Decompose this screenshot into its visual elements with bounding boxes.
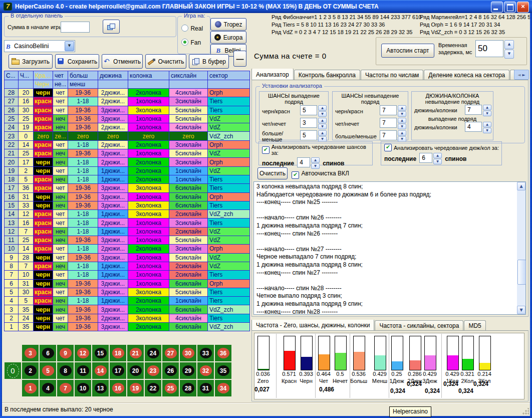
board-cell-17[interactable]: 17 [110,362,126,379]
undo-button[interactable]: ↶ Отменить [102,54,143,69]
setting-spinner-value[interactable]: 7 [380,118,397,128]
board-cell-34[interactable]: 34 [215,380,231,396]
alternate-checkbox-row[interactable]: ✔Анализировать чередование дюж/кол за: [384,144,501,151]
tab-scroll-left-icon[interactable]: ◄ [517,73,520,77]
board-cell-24[interactable]: 24 [145,345,161,361]
board-cell-16[interactable]: 16 [110,380,126,396]
collapse-panel-button[interactable]: — [233,51,246,67]
dozen-miss-spinner-down-icon[interactable]: ▼ [483,111,491,116]
board-cell-14[interactable]: 14 [92,362,109,379]
setting-spinner-down-icon[interactable]: ▼ [318,124,327,129]
scroll-up-icon[interactable]: ▲ [517,182,525,190]
board-cell-32[interactable]: 32 [197,362,214,379]
radio-fan[interactable]: Fan [181,38,201,47]
board-cell-2[interactable]: 2 [22,362,39,379]
board-cell-36[interactable]: 36 [215,345,231,361]
board-cell-23[interactable]: 23 [145,362,161,379]
board-cell-35[interactable]: 35 [215,362,231,379]
analyzer-clear-button[interactable]: Очистить [257,167,288,179]
board-cell-22[interactable]: 22 [145,380,161,396]
dozen-miss-spinner-value[interactable]: 7 [465,105,482,115]
minimize-button[interactable] [491,2,503,13]
setting-spinner-value[interactable]: 7 [380,105,397,115]
close-button[interactable]: × [517,2,529,13]
setting-spinner-down-icon[interactable]: ▼ [398,111,406,117]
setting-spinner-down-icon[interactable]: ▼ [318,111,327,117]
spins-count-spinner-value[interactable]: 4 [297,157,310,167]
delay-down-icon[interactable]: ▼ [504,50,514,59]
board-cell-8[interactable]: 8 [57,362,74,379]
board-cell-19[interactable]: 19 [127,380,144,396]
board-cell-29[interactable]: 29 [180,362,196,379]
setting-spinner-value[interactable]: 5 [300,105,317,115]
board-cell-13[interactable]: 13 [92,380,109,396]
board-cell-4[interactable]: 4 [40,380,56,396]
board-cell-9[interactable]: 9 [57,345,74,361]
dozen-hit-spinner-up-icon[interactable]: ▲ [483,122,491,127]
setting-spinner-up-icon[interactable]: ▲ [318,130,327,136]
scrollbar-thumb[interactable] [517,260,526,285]
board-cell-21[interactable]: 21 [127,345,144,361]
board-cell-5[interactable]: 5 [40,362,56,379]
save-button[interactable]: Сохранить [55,54,99,69]
tab-frequency-2[interactable]: MD5 [464,320,485,331]
to-buffer-button[interactable]: В буфер [189,54,229,69]
tab-scroll-right-icon[interactable]: ► [522,73,525,77]
resize-grip[interactable] [522,408,529,415]
tab-main-0[interactable]: Анализатор [251,69,294,80]
board-cell-11[interactable]: 11 [75,362,91,379]
tab-main-3[interactable]: Деление колеса на сектора [424,70,509,80]
board-cell-10[interactable]: 10 [75,380,91,396]
board-cell-33[interactable]: 33 [197,345,214,361]
tropez-button[interactable]: Tropez [210,18,246,31]
setting-spinner-up-icon[interactable]: ▲ [398,130,406,136]
dozen-hit-spinner-down-icon[interactable]: ▼ [483,128,491,133]
setting-spinner-up-icon[interactable]: ▲ [398,118,406,123]
board-zero-cell[interactable]: 0 [5,362,21,379]
setting-spinner-value[interactable]: 3 [300,118,317,128]
board-cell-31[interactable]: 31 [197,380,214,396]
alternate-checkbox-row[interactable]: ✔Анализировать чередование шансов за: [262,144,372,156]
tab-main-2[interactable]: Частоты по числам [361,70,423,80]
board-cell-15[interactable]: 15 [92,345,109,361]
board-cell-30[interactable]: 30 [180,345,196,361]
europa-button[interactable]: ★ Europa [210,31,246,44]
board-cell-6[interactable]: 6 [40,345,56,361]
tab-frequency-1[interactable]: Частота - сиклайны, сектора [375,320,463,331]
board-cell-1[interactable]: 1 [22,380,39,396]
board-cell-28[interactable]: 28 [180,380,196,396]
board-cell-27[interactable]: 27 [162,345,179,361]
clear-button[interactable]: Очистить [145,54,186,69]
board-cell-26[interactable]: 26 [162,362,179,379]
setting-spinner-up-icon[interactable]: ▲ [318,105,327,111]
setting-spinner-up-icon[interactable]: ▲ [398,105,406,111]
load-button[interactable]: Загрузить [9,54,53,69]
board-cell-25[interactable]: 25 [162,380,179,396]
spins-count-spinner-down-icon[interactable]: ▼ [433,159,442,164]
autospin-start-button[interactable]: Автоспин старт [381,44,434,58]
autoclear-checkbox[interactable]: ✔ Автоочистка ВКЛ [292,169,349,179]
spins-count-spinner-down-icon[interactable]: ▼ [311,163,320,169]
scroll-down-icon[interactable]: ▼ [517,306,525,314]
delay-up-icon[interactable]: ▲ [504,40,514,49]
tab-main-1[interactable]: Контроль банкролла [294,70,360,80]
board-cell-18[interactable]: 18 [110,345,126,361]
tab-frequency-0[interactable]: Частота - Zero, шансы, дюжины, колонки [251,320,374,331]
setting-spinner-value[interactable]: 5 [300,130,317,140]
board-cell-12[interactable]: 12 [75,345,91,361]
combo-dropdown-icon[interactable]: ▼ [65,41,74,51]
setting-spinner-down-icon[interactable]: ▼ [398,124,406,129]
delay-value[interactable]: 50 [475,40,503,57]
detach-panel-button[interactable] [103,20,120,34]
board-cell-7[interactable]: 7 [57,380,74,396]
spins-count-spinner-up-icon[interactable]: ▲ [311,157,320,163]
log-scrollbar[interactable] [517,182,525,314]
dozen-miss-spinner-up-icon[interactable]: ▲ [483,105,491,110]
setting-spinner-value[interactable]: 7 [380,130,397,140]
analyzer-log[interactable]: 3 колонка невыпадала подряд 8 спин; Набл… [253,181,526,315]
setting-spinner-up-icon[interactable]: ▲ [318,118,327,123]
casino-combobox[interactable]: B CasinoBellini ▼ [4,40,75,52]
start-sum-input[interactable] [61,22,90,33]
maximize-button[interactable] [504,2,516,13]
board-cell-3[interactable]: 3 [22,345,39,361]
